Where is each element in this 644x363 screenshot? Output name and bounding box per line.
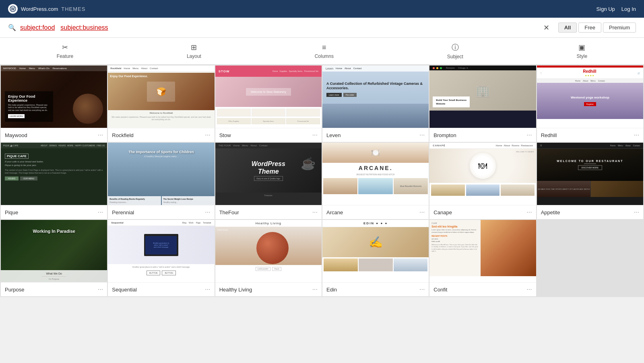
theme-preview-appetite: ☰HomeMenuAboutContact WELCOME TO OUR RES… bbox=[537, 143, 643, 205]
theme-name-canape: Canape bbox=[433, 209, 452, 215]
theme-more-healthyliving[interactable]: ··· bbox=[312, 286, 318, 293]
filter-premium-button[interactable]: Premium bbox=[603, 23, 636, 33]
theme-footer-arcane: Arcane ··· bbox=[322, 205, 429, 219]
feature-icon: ✂ bbox=[62, 43, 68, 52]
brand-area: W WordPress.com THEMES bbox=[8, 4, 85, 14]
theme-card-rockfield[interactable]: RockfieldHomeMenuAboutContact 🍞 Enjoy Ou… bbox=[108, 66, 214, 142]
theme-more-purpose[interactable]: ··· bbox=[98, 286, 103, 293]
theme-more-brompton[interactable]: ··· bbox=[526, 131, 532, 139]
theme-more-thefour[interactable]: ··· bbox=[312, 209, 318, 216]
theme-more-canape[interactable]: ··· bbox=[526, 209, 532, 216]
theme-more-pique[interactable]: ··· bbox=[98, 209, 103, 216]
theme-footer-healthyliving: Healthy Living ··· bbox=[215, 282, 322, 296]
filter-buttons: All Free Premium bbox=[558, 23, 636, 33]
filter-tabs: ✂ Feature ⊞ Layout ≡ Columns ⓘ Subject ▣… bbox=[0, 38, 644, 65]
theme-footer-purpose: Purpose ··· bbox=[1, 282, 107, 296]
themes-label: THEMES bbox=[61, 6, 85, 12]
search-tag-1: subject:food bbox=[20, 24, 55, 31]
subject-label: Subject bbox=[447, 54, 463, 59]
theme-card-perennial[interactable]: The Importance of Sports for Children A … bbox=[108, 143, 214, 219]
theme-more-perennial[interactable]: ··· bbox=[205, 209, 210, 216]
signup-link[interactable]: Sign Up bbox=[597, 6, 615, 12]
theme-footer-rockfield: Rockfield ··· bbox=[108, 128, 214, 142]
theme-name-confit: Confit bbox=[433, 287, 447, 293]
search-bar: 🔍 subject:food subject:business ✕ All Fr… bbox=[0, 18, 644, 38]
style-icon: ▣ bbox=[578, 43, 585, 52]
theme-card-pique[interactable]: PIQUE ☕ CAFE ABOUTDRINKSHOURSMOREHAPPY C… bbox=[1, 143, 107, 219]
theme-card-edin[interactable]: EDIN ● ● ● ✍ Edin ··· bbox=[322, 220, 429, 296]
columns-icon: ≡ bbox=[322, 43, 326, 52]
layout-label: Layout bbox=[187, 53, 201, 59]
theme-preview-confit: Confit Sed elit leo fringilla Lorem ipsu… bbox=[429, 220, 536, 282]
theme-preview-sequential: Sequential BlogWorkPageTemplate Another … bbox=[108, 220, 214, 282]
theme-card-leven[interactable]: LevenHomeAboutContact A Curated Collecti… bbox=[322, 66, 429, 142]
search-input[interactable] bbox=[112, 24, 539, 31]
theme-name-arcane: Arcane bbox=[326, 209, 343, 215]
theme-more-confit[interactable]: ··· bbox=[526, 286, 532, 293]
theme-more-maywood[interactable]: ··· bbox=[98, 131, 103, 139]
theme-preview-canape: CANAPÉ HomeAboutRoomsRestaurant 🍽 WELCOM… bbox=[429, 143, 536, 205]
search-tag-2: subject:business bbox=[60, 24, 108, 31]
theme-preview-leven: LevenHomeAboutContact A Curated Collecti… bbox=[322, 66, 429, 128]
theme-name-pique: Pique bbox=[5, 209, 18, 215]
theme-name-rockfield: Rockfield bbox=[112, 132, 133, 138]
filter-tab-layout[interactable]: ⊞ Layout bbox=[171, 41, 217, 61]
themes-grid: MAYWOODHomeMenuWhat's OnReservations Enj… bbox=[0, 65, 644, 297]
theme-card-appetite[interactable]: ☰HomeMenuAboutContact WELCOME TO OUR RES… bbox=[537, 143, 643, 219]
theme-card-thefour[interactable]: THE FOURHomeMenuAboutContact WordPressTh… bbox=[215, 143, 322, 219]
filter-tab-columns[interactable]: ≡ Columns bbox=[299, 42, 350, 61]
theme-preview-maywood: MAYWOODHomeMenuWhat's OnReservations Enj… bbox=[1, 66, 107, 128]
theme-more-edin[interactable]: ··· bbox=[419, 286, 425, 293]
theme-preview-stow: STOW HomeSuppliesSpecialty ItemsPromotio… bbox=[215, 66, 322, 128]
theme-footer-confit: Confit ··· bbox=[429, 282, 536, 296]
theme-preview-pique: PIQUE ☕ CAFE ABOUTDRINKSHOURSMOREHAPPY C… bbox=[1, 143, 107, 205]
theme-footer-maywood: Maywood ··· bbox=[1, 128, 107, 142]
theme-more-leven[interactable]: ··· bbox=[419, 131, 425, 139]
top-bar: W WordPress.com THEMES Sign Up Log In bbox=[0, 0, 644, 18]
theme-card-arcane[interactable]: 🍽️ ARCANE. BIGGEST NUTRITION AND FOOD KI… bbox=[322, 143, 429, 219]
login-link[interactable]: Log In bbox=[621, 6, 636, 12]
theme-more-stow[interactable]: ··· bbox=[312, 131, 318, 139]
filter-tab-subject[interactable]: ⓘ Subject bbox=[431, 41, 479, 61]
theme-footer-leven: Leven ··· bbox=[322, 128, 429, 142]
theme-preview-edin: EDIN ● ● ● ✍ bbox=[322, 220, 429, 282]
theme-card-brompton[interactable]: Brompton Chicago, IL 🏢 Build Your Small … bbox=[429, 66, 536, 142]
theme-more-appetite[interactable]: ··· bbox=[634, 209, 639, 216]
theme-footer-sequential: Sequential ··· bbox=[108, 282, 214, 296]
wordpress-dot-com-label: WordPress.com bbox=[21, 6, 58, 12]
theme-footer-pique: Pique ··· bbox=[1, 205, 107, 219]
theme-name-stow: Stow bbox=[219, 132, 231, 138]
svg-text:W: W bbox=[11, 7, 15, 11]
theme-card-healthyliving[interactable]: Healthy Living GRID PAGE CATEGORY TAGS H… bbox=[215, 220, 322, 296]
theme-footer-appetite: Appetite ··· bbox=[537, 205, 643, 219]
theme-name-brompton: Brompton bbox=[433, 132, 456, 138]
theme-footer-redhill: Redhill ··· bbox=[537, 128, 643, 142]
theme-more-redhill[interactable]: ··· bbox=[634, 131, 639, 139]
theme-more-arcane[interactable]: ··· bbox=[419, 209, 425, 216]
wordpress-logo: W bbox=[8, 4, 18, 14]
filter-tab-feature[interactable]: ✂ Feature bbox=[41, 41, 89, 61]
theme-card-stow[interactable]: STOW HomeSuppliesSpecialty ItemsPromotio… bbox=[215, 66, 322, 142]
theme-more-rockfield[interactable]: ··· bbox=[205, 131, 210, 139]
top-bar-actions: Sign Up Log In bbox=[597, 6, 636, 12]
search-icon: 🔍 bbox=[8, 24, 16, 31]
theme-preview-arcane: 🍽️ ARCANE. BIGGEST NUTRITION AND FOOD KI… bbox=[322, 143, 429, 205]
theme-more-sequential[interactable]: ··· bbox=[205, 286, 210, 293]
theme-card-canape[interactable]: CANAPÉ HomeAboutRoomsRestaurant 🍽 WELCOM… bbox=[429, 143, 536, 219]
theme-preview-rockfield: RockfieldHomeMenuAboutContact 🍞 Enjoy Ou… bbox=[108, 66, 214, 128]
clear-search-button[interactable]: ✕ bbox=[543, 23, 549, 32]
theme-card-redhill[interactable]: ☰ Redhill ★★★★ 🛒 HomeAboutMenuContact We… bbox=[537, 66, 643, 142]
filter-all-button[interactable]: All bbox=[558, 23, 577, 33]
theme-card-maywood[interactable]: MAYWOODHomeMenuWhat's OnReservations Enj… bbox=[1, 66, 107, 142]
theme-card-sequential[interactable]: Sequential BlogWorkPageTemplate Another … bbox=[108, 220, 214, 296]
theme-card-confit[interactable]: Confit Sed elit leo fringilla Lorem ipsu… bbox=[429, 220, 536, 296]
filter-tab-style[interactable]: ▣ Style bbox=[560, 41, 603, 61]
theme-card-purpose[interactable]: Working In Paradise What We Do Co Purpos… bbox=[1, 220, 107, 296]
subject-icon: ⓘ bbox=[452, 43, 459, 52]
theme-preview-purpose: Working In Paradise What We Do Co Purpos… bbox=[1, 220, 107, 282]
theme-name-leven: Leven bbox=[326, 132, 341, 138]
theme-preview-perennial: The Importance of Sports for Children A … bbox=[108, 143, 214, 205]
theme-name-thefour: TheFour bbox=[219, 209, 239, 215]
theme-footer-canape: Canape ··· bbox=[429, 205, 536, 219]
filter-free-button[interactable]: Free bbox=[578, 23, 601, 33]
